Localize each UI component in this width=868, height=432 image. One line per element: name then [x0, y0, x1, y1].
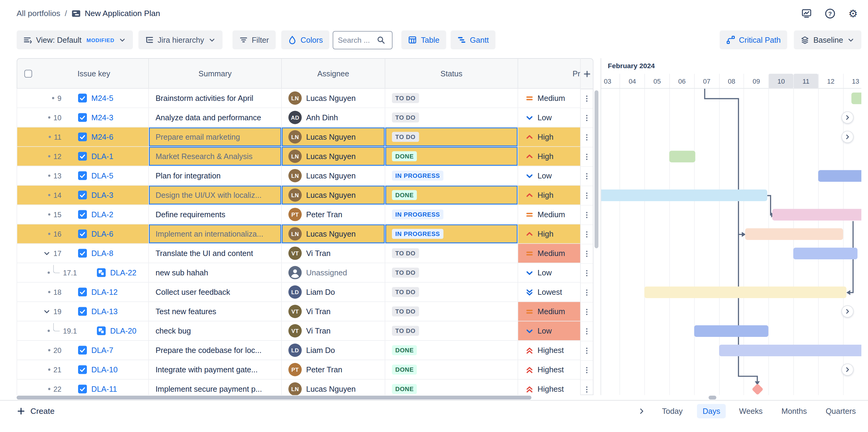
row-menu-button[interactable]: [581, 89, 593, 109]
issue-key-link[interactable]: DLA-11: [91, 384, 117, 393]
assignee-cell[interactable]: LNLucas Nguyen: [282, 127, 385, 146]
priority-cell[interactable]: Medium: [518, 205, 580, 224]
table-row[interactable]: 19.1DLA-20check bugVTVi TranTO DOLow: [17, 321, 580, 341]
summary-cell[interactable]: Implement secure payment p...: [149, 380, 282, 395]
gantt-milestone[interactable]: [752, 383, 764, 395]
status-cell[interactable]: TO DO: [385, 321, 518, 340]
zoom-option-days[interactable]: Days: [697, 404, 726, 418]
status-cell[interactable]: DONE: [385, 147, 518, 166]
issue-key-link[interactable]: M24-6: [91, 133, 114, 141]
assignee-cell[interactable]: LNLucas Nguyen: [282, 380, 385, 395]
priority-cell[interactable]: High: [518, 186, 580, 204]
priority-cell[interactable]: Lowest: [518, 283, 580, 301]
summary-cell[interactable]: Analyze data and performance: [149, 108, 282, 127]
assignee-cell[interactable]: ADAnh Dinh: [282, 108, 385, 127]
table-row[interactable]: 19DLA-13Test new featuresVTVi TranTO DOM…: [17, 302, 580, 321]
issue-key-link[interactable]: DLA-12: [91, 288, 118, 296]
priority-cell[interactable]: Medium: [518, 302, 580, 321]
view-selector-button[interactable]: View: Default MODIFIED: [17, 31, 133, 49]
gantt-bar[interactable]: [818, 170, 861, 182]
status-cell[interactable]: IN PROGRESS: [385, 225, 518, 243]
summary-cell[interactable]: Design the UI/UX with localiz...: [149, 186, 282, 204]
assignee-cell[interactable]: LNLucas Nguyen: [282, 166, 385, 185]
status-cell[interactable]: DONE: [385, 360, 518, 379]
critical-path-button[interactable]: Critical Path: [720, 31, 787, 49]
priority-cell[interactable]: Highest: [518, 360, 580, 379]
gantt-body[interactable]: [601, 89, 861, 395]
status-cell[interactable]: TO DO: [385, 108, 518, 127]
gantt-bar[interactable]: [601, 190, 767, 201]
issue-key-link[interactable]: DLA-7: [91, 346, 114, 354]
today-button[interactable]: Today: [661, 404, 684, 418]
issue-key-link[interactable]: DLA-5: [91, 171, 114, 180]
scroll-to-bar-button[interactable]: [841, 306, 854, 317]
table-row[interactable]: 12DLA-1Market Research & AnalysisLNLucas…: [17, 147, 580, 166]
assignee-cell[interactable]: LDLiam Do: [282, 283, 385, 301]
assignee-cell[interactable]: LDLiam Do: [282, 341, 385, 359]
priority-cell[interactable]: Medium: [518, 244, 580, 263]
table-row[interactable]: 15DLA-2Define requirementsPTPeter TranIN…: [17, 205, 580, 225]
gantt-bar[interactable]: [719, 345, 861, 356]
status-cell[interactable]: TO DO: [385, 127, 518, 146]
issue-key-link[interactable]: DLA-8: [91, 249, 114, 258]
add-column-button[interactable]: [581, 59, 593, 89]
table-row[interactable]: 17.1DLA-22new sub hahahUnassignedTO DOLo…: [17, 263, 580, 283]
issue-key-link[interactable]: DLA-3: [91, 191, 114, 199]
zoom-option-weeks[interactable]: Weeks: [734, 404, 768, 418]
expand-toggle-icon[interactable]: [43, 308, 50, 315]
row-menu-button[interactable]: [581, 361, 593, 380]
issue-key-link[interactable]: DLA-22: [110, 268, 136, 277]
assignee-cell[interactable]: PTPeter Tran: [282, 360, 385, 379]
gantt-bar[interactable]: [772, 209, 861, 221]
gear-icon[interactable]: ⚙: [845, 5, 861, 22]
status-cell[interactable]: TO DO: [385, 263, 518, 282]
table-row[interactable]: 20DLA-7Prepare the codebase for loc...LD…: [17, 341, 580, 360]
issue-key-link[interactable]: M24-5: [91, 94, 114, 103]
row-menu-button[interactable]: [581, 264, 593, 283]
row-menu-button[interactable]: [581, 147, 593, 167]
row-menu-button[interactable]: [581, 341, 593, 361]
assignee-cell[interactable]: VTVi Tran: [282, 302, 385, 321]
summary-cell[interactable]: Integrate with payment gate...: [149, 360, 282, 379]
gantt-bar[interactable]: [851, 92, 861, 104]
issue-key-link[interactable]: DLA-10: [91, 365, 118, 374]
baseline-button[interactable]: Baseline: [794, 31, 861, 49]
gantt-bar[interactable]: [669, 151, 695, 162]
summary-cell[interactable]: Brainstorm activities for April: [149, 89, 282, 108]
zoom-option-months[interactable]: Months: [776, 404, 813, 418]
column-header-status[interactable]: Status: [385, 59, 518, 88]
priority-cell[interactable]: Low: [518, 166, 580, 185]
priority-cell[interactable]: Highest: [518, 380, 580, 395]
create-button[interactable]: Create: [17, 407, 55, 415]
row-menu-button[interactable]: [581, 167, 593, 186]
select-all-checkbox[interactable]: [24, 70, 32, 78]
row-menu-button[interactable]: [581, 244, 593, 264]
summary-cell[interactable]: Test new features: [149, 302, 282, 321]
status-cell[interactable]: TO DO: [385, 89, 518, 108]
row-menu-button[interactable]: [581, 283, 593, 303]
gantt-view-button[interactable]: Gantt: [451, 31, 495, 49]
gantt-horizontal-scrollbar[interactable]: [709, 396, 716, 400]
colors-button[interactable]: Colors: [281, 31, 330, 49]
summary-cell[interactable]: check bug: [149, 321, 282, 340]
column-header-summary[interactable]: Summary: [149, 59, 282, 88]
priority-cell[interactable]: Low: [518, 263, 580, 282]
table-row[interactable]: 22DLA-11Implement secure payment p...LNL…: [17, 380, 580, 395]
row-menu-button[interactable]: [581, 109, 593, 128]
table-row[interactable]: 18DLA-12Collect user feedbackLDLiam DoTO…: [17, 283, 580, 302]
scroll-to-bar-button[interactable]: [841, 364, 854, 376]
summary-cell[interactable]: Prepare the codebase for loc...: [149, 341, 282, 359]
summary-cell[interactable]: Prepare email marketing: [149, 127, 282, 146]
issue-key-link[interactable]: DLA-6: [91, 229, 114, 238]
table-row[interactable]: 14DLA-3Design the UI/UX with localiz...L…: [17, 186, 580, 205]
summary-cell[interactable]: new sub hahah: [149, 263, 282, 282]
priority-cell[interactable]: High: [518, 127, 580, 146]
priority-cell[interactable]: High: [518, 225, 580, 243]
table-row[interactable]: 16DLA-6Implement an internationaliza...L…: [17, 225, 580, 244]
expand-panel-button[interactable]: [638, 407, 646, 415]
gantt-bar[interactable]: [745, 228, 843, 240]
column-header-assignee[interactable]: Assignee: [282, 59, 385, 88]
table-view-button[interactable]: Table: [402, 31, 446, 49]
row-menu-button[interactable]: [581, 380, 593, 395]
status-cell[interactable]: TO DO: [385, 244, 518, 263]
